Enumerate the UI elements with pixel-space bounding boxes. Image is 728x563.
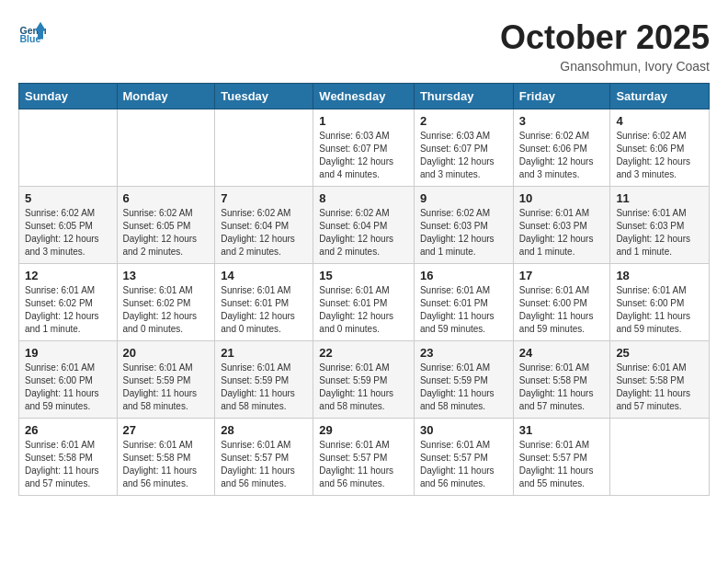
day-number: 24 [519,346,605,360]
calendar-cell: 12Sunrise: 6:01 AM Sunset: 6:02 PM Dayli… [19,264,118,341]
day-number: 18 [616,269,703,282]
header: General Blue October 2025 Gnansohmun, Iv… [18,18,710,74]
day-info: Sunrise: 6:02 AM Sunset: 6:05 PM Dayligh… [123,207,210,259]
day-number: 26 [25,423,111,437]
calendar-cell: 25Sunrise: 6:01 AM Sunset: 5:58 PM Dayli… [610,341,710,419]
day-info: Sunrise: 6:02 AM Sunset: 6:05 PM Dayligh… [25,207,111,259]
day-number: 31 [519,423,605,437]
month-title: October 2025 [500,18,710,57]
day-number: 23 [420,346,507,360]
weekday-header-friday: Friday [513,84,610,109]
calendar-cell [117,109,215,187]
week-row-4: 19Sunrise: 6:01 AM Sunset: 6:00 PM Dayli… [19,341,710,419]
week-row-2: 5Sunrise: 6:02 AM Sunset: 6:05 PM Daylig… [19,187,710,264]
calendar-cell: 17Sunrise: 6:01 AM Sunset: 6:00 PM Dayli… [513,264,610,341]
subtitle: Gnansohmun, Ivory Coast [500,59,710,74]
calendar-cell: 7Sunrise: 6:02 AM Sunset: 6:04 PM Daylig… [215,187,313,264]
calendar-cell: 18Sunrise: 6:01 AM Sunset: 6:00 PM Dayli… [610,264,710,341]
calendar-cell: 31Sunrise: 6:01 AM Sunset: 5:57 PM Dayli… [513,419,610,496]
day-number: 1 [319,114,408,128]
calendar-cell [19,109,118,187]
day-info: Sunrise: 6:01 AM Sunset: 6:00 PM Dayligh… [519,284,605,336]
day-info: Sunrise: 6:01 AM Sunset: 5:59 PM Dayligh… [221,362,307,413]
day-number: 7 [221,191,307,205]
calendar-cell: 22Sunrise: 6:01 AM Sunset: 5:59 PM Dayli… [313,341,415,419]
day-info: Sunrise: 6:01 AM Sunset: 5:57 PM Dayligh… [519,439,605,490]
svg-text:Blue: Blue [20,33,41,44]
calendar-cell: 10Sunrise: 6:01 AM Sunset: 6:03 PM Dayli… [513,187,610,264]
day-number: 28 [221,423,307,437]
calendar-cell: 27Sunrise: 6:01 AM Sunset: 5:58 PM Dayli… [117,419,215,496]
day-number: 10 [519,191,605,205]
day-number: 19 [25,346,111,360]
day-number: 25 [616,346,703,360]
day-info: Sunrise: 6:02 AM Sunset: 6:06 PM Dayligh… [616,130,703,181]
calendar-cell: 26Sunrise: 6:01 AM Sunset: 5:58 PM Dayli… [19,419,118,496]
calendar-cell: 23Sunrise: 6:01 AM Sunset: 5:59 PM Dayli… [414,341,513,419]
weekday-header-thursday: Thursday [414,84,513,109]
day-info: Sunrise: 6:01 AM Sunset: 5:58 PM Dayligh… [616,362,703,413]
day-info: Sunrise: 6:01 AM Sunset: 6:00 PM Dayligh… [616,284,703,336]
day-info: Sunrise: 6:01 AM Sunset: 5:57 PM Dayligh… [319,439,408,490]
day-info: Sunrise: 6:01 AM Sunset: 5:59 PM Dayligh… [319,362,408,413]
day-number: 17 [519,269,605,282]
day-number: 22 [319,346,408,360]
calendar-cell: 24Sunrise: 6:01 AM Sunset: 5:58 PM Dayli… [513,341,610,419]
title-section: October 2025 Gnansohmun, Ivory Coast [500,18,710,74]
calendar-cell: 30Sunrise: 6:01 AM Sunset: 5:57 PM Dayli… [414,419,513,496]
day-number: 14 [221,269,307,282]
day-number: 11 [616,191,703,205]
day-info: Sunrise: 6:01 AM Sunset: 6:01 PM Dayligh… [420,284,507,336]
day-info: Sunrise: 6:01 AM Sunset: 5:58 PM Dayligh… [519,362,605,413]
day-info: Sunrise: 6:01 AM Sunset: 6:03 PM Dayligh… [616,207,703,259]
day-number: 12 [25,269,111,282]
logo: General Blue [18,18,48,46]
day-info: Sunrise: 6:01 AM Sunset: 5:57 PM Dayligh… [221,439,307,490]
day-info: Sunrise: 6:01 AM Sunset: 6:02 PM Dayligh… [123,284,210,336]
calendar-cell [610,419,710,496]
calendar-cell: 1Sunrise: 6:03 AM Sunset: 6:07 PM Daylig… [313,109,415,187]
day-number: 20 [123,346,210,360]
day-number: 8 [319,191,408,205]
day-number: 2 [420,114,507,128]
logo-icon: General Blue [18,18,46,46]
day-info: Sunrise: 6:02 AM Sunset: 6:03 PM Dayligh… [420,207,507,259]
weekday-header-row: SundayMondayTuesdayWednesdayThursdayFrid… [19,84,710,109]
calendar-cell: 28Sunrise: 6:01 AM Sunset: 5:57 PM Dayli… [215,419,313,496]
day-info: Sunrise: 6:01 AM Sunset: 6:02 PM Dayligh… [25,284,111,336]
day-info: Sunrise: 6:01 AM Sunset: 6:00 PM Dayligh… [25,362,111,413]
week-row-3: 12Sunrise: 6:01 AM Sunset: 6:02 PM Dayli… [19,264,710,341]
weekday-header-wednesday: Wednesday [313,84,415,109]
calendar: SundayMondayTuesdayWednesdayThursdayFrid… [18,83,710,496]
day-info: Sunrise: 6:01 AM Sunset: 5:59 PM Dayligh… [420,362,507,413]
calendar-cell: 5Sunrise: 6:02 AM Sunset: 6:05 PM Daylig… [19,187,118,264]
calendar-cell: 21Sunrise: 6:01 AM Sunset: 5:59 PM Dayli… [215,341,313,419]
week-row-5: 26Sunrise: 6:01 AM Sunset: 5:58 PM Dayli… [19,419,710,496]
weekday-header-tuesday: Tuesday [215,84,313,109]
calendar-cell: 3Sunrise: 6:02 AM Sunset: 6:06 PM Daylig… [513,109,610,187]
day-info: Sunrise: 6:01 AM Sunset: 6:03 PM Dayligh… [519,207,605,259]
day-info: Sunrise: 6:01 AM Sunset: 5:58 PM Dayligh… [123,439,210,490]
day-number: 5 [25,191,111,205]
day-info: Sunrise: 6:02 AM Sunset: 6:04 PM Dayligh… [221,207,307,259]
day-number: 3 [519,114,605,128]
calendar-cell: 29Sunrise: 6:01 AM Sunset: 5:57 PM Dayli… [313,419,415,496]
day-number: 27 [123,423,210,437]
week-row-1: 1Sunrise: 6:03 AM Sunset: 6:07 PM Daylig… [19,109,710,187]
day-number: 9 [420,191,507,205]
calendar-cell [215,109,313,187]
weekday-header-sunday: Sunday [19,84,118,109]
day-number: 13 [123,269,210,282]
day-number: 15 [319,269,408,282]
calendar-cell: 11Sunrise: 6:01 AM Sunset: 6:03 PM Dayli… [610,187,710,264]
day-number: 16 [420,269,507,282]
calendar-cell: 19Sunrise: 6:01 AM Sunset: 6:00 PM Dayli… [19,341,118,419]
day-info: Sunrise: 6:01 AM Sunset: 6:01 PM Dayligh… [221,284,307,336]
day-info: Sunrise: 6:03 AM Sunset: 6:07 PM Dayligh… [319,130,408,181]
calendar-cell: 14Sunrise: 6:01 AM Sunset: 6:01 PM Dayli… [215,264,313,341]
calendar-cell: 20Sunrise: 6:01 AM Sunset: 5:59 PM Dayli… [117,341,215,419]
calendar-cell: 8Sunrise: 6:02 AM Sunset: 6:04 PM Daylig… [313,187,415,264]
calendar-cell: 6Sunrise: 6:02 AM Sunset: 6:05 PM Daylig… [117,187,215,264]
calendar-cell: 2Sunrise: 6:03 AM Sunset: 6:07 PM Daylig… [414,109,513,187]
day-info: Sunrise: 6:03 AM Sunset: 6:07 PM Dayligh… [420,130,507,181]
